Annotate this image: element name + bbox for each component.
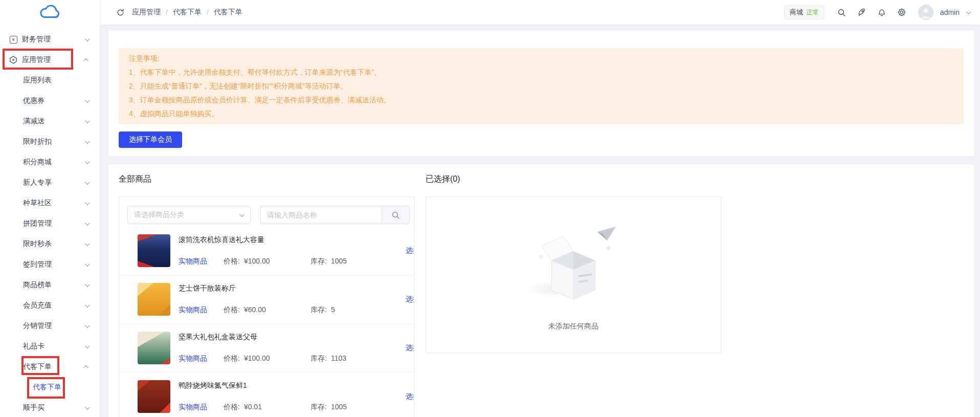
product-image: [138, 283, 170, 316]
notice-line: 4、虚拟商品只能单独购买。: [129, 107, 953, 121]
select-product-link[interactable]: 选择: [406, 246, 414, 255]
product-image: [138, 332, 170, 364]
select-product-link[interactable]: 选择: [406, 392, 414, 401]
chevron-down-icon: [85, 221, 90, 226]
chevron-down-icon: [85, 405, 90, 410]
product-info: 滚筒洗衣机惊喜送礼大容量 实物商品 价格:¥100.00 库存:1005: [179, 235, 397, 266]
price-value: ¥0.01: [244, 403, 262, 412]
sidebar-item-valet-order-sub[interactable]: 代客下单: [0, 377, 100, 398]
product-info: 坚果大礼包礼盒装送父母 实物商品 价格:¥100.00 库存:1103: [179, 333, 397, 363]
sidebar-item-coupon[interactable]: 优惠券: [0, 91, 100, 111]
chevron-down-icon: [85, 343, 90, 348]
sidebar-item-label: 优惠券: [23, 96, 44, 105]
logo[interactable]: [0, 0, 100, 25]
sidebar-item-app-list[interactable]: 应用列表: [0, 70, 100, 91]
notice-title: 注意事项:: [129, 52, 953, 65]
sidebar-item-label: 种草社区: [23, 199, 52, 208]
sidebar-item-label: 代客下单: [33, 383, 61, 392]
price-label: 价格:: [224, 305, 240, 315]
product-type-tag: 实物商品: [179, 403, 224, 412]
breadcrumb-separator: /: [207, 8, 209, 16]
sidebar-item-label: 限时折扣: [23, 137, 52, 146]
breadcrumb-separator: /: [166, 8, 168, 16]
sidebar-item-label: 礼品卡: [23, 342, 44, 351]
sidebar-item-label: 应用管理: [22, 55, 51, 64]
product-selection-card: 全部商品 请选择商品分类: [108, 164, 974, 417]
chevron-down-icon: [85, 98, 90, 103]
empty-box-illustration: [520, 224, 627, 311]
valet-order-intro-card: 注意事项: 1、代客下单中，允许使用余额支付、帮付等付款方式，订单来源为“代客下…: [108, 31, 974, 156]
sidebar-item-label: 满减送: [23, 117, 44, 126]
category-select[interactable]: 请选择商品分类: [127, 206, 251, 224]
sidebar-item-full-reduction[interactable]: 满减送: [0, 111, 100, 131]
select-member-button[interactable]: 选择下单会员: [119, 131, 182, 148]
sidebar-item-label: 代客下单: [23, 362, 52, 371]
sidebar-item-checkin-management[interactable]: 签到管理: [0, 254, 100, 275]
chevron-down-icon: [85, 118, 90, 123]
shop-status-badge[interactable]: 商城 正常: [784, 5, 825, 19]
app-management-icon: [9, 56, 17, 64]
empty-state-text: 未添加任何商品: [548, 322, 598, 331]
search-button[interactable]: [382, 206, 410, 224]
breadcrumb-item[interactable]: 代客下单: [214, 8, 242, 17]
sidebar-item-product-ranking[interactable]: 商品榜单: [0, 275, 100, 295]
refresh-icon[interactable]: [114, 6, 127, 19]
notice-line: 2、只能生成“普通订单”，无法创建“限时折扣”“积分商城”等活动订单。: [129, 79, 953, 93]
product-type-tag: 实物商品: [179, 305, 224, 315]
username[interactable]: admin: [940, 8, 960, 16]
select-product-link[interactable]: 选择: [406, 295, 414, 304]
sidebar-item-flash-sale[interactable]: 限时秒杀: [0, 234, 100, 254]
product-search-row: 请选择商品分类: [127, 206, 410, 224]
gear-icon[interactable]: [895, 6, 908, 19]
sidebar-item-group-buy[interactable]: 拼团管理: [0, 213, 100, 234]
chevron-down-icon: [85, 200, 90, 205]
category-select-placeholder: 请选择商品分类: [134, 210, 239, 220]
bell-icon[interactable]: [875, 6, 888, 19]
product-info: 鸭脖烧烤味氮气保鲜1 实物商品 价格:¥0.01 库存:1005: [179, 381, 397, 412]
chevron-down-icon: [85, 159, 90, 164]
chevron-down-icon: [85, 139, 90, 144]
chevron-up-icon: [83, 365, 88, 370]
select-product-link[interactable]: 选择: [406, 343, 414, 353]
shop-name: 商城: [790, 8, 803, 17]
sidebar-item-member-recharge[interactable]: 会员充值: [0, 295, 100, 316]
sidebar-item-finance-management[interactable]: ¥ 财务管理: [0, 29, 100, 50]
sidebar-item-points-mall[interactable]: 积分商城: [0, 152, 100, 172]
panel-title-all-products: 全部商品: [119, 173, 414, 185]
sidebar-item-quick-buy[interactable]: 顺手买: [0, 398, 100, 417]
sidebar-item-label: 应用列表: [23, 76, 52, 85]
selected-list-box: 未添加任何商品: [426, 196, 721, 353]
search-icon[interactable]: [835, 6, 849, 19]
sidebar-item-label: 顺手买: [23, 403, 44, 412]
breadcrumb-item[interactable]: 应用管理: [132, 8, 161, 17]
sidebar-item-newcomer-exclusive[interactable]: 新人专享: [0, 172, 100, 193]
chevron-down-icon: [239, 212, 244, 217]
sidebar-item-label: 会员充值: [23, 301, 52, 310]
sidebar-item-valet-order[interactable]: 代客下单: [0, 357, 100, 377]
sidebar-item-distribution[interactable]: 分销管理: [0, 316, 100, 336]
sidebar-item-community[interactable]: 种草社区: [0, 193, 100, 213]
sidebar-item-app-management[interactable]: 应用管理: [0, 50, 100, 70]
stock-label: 库存:: [310, 257, 327, 266]
sidebar-item-label: 积分商城: [23, 158, 52, 167]
selected-products-panel: 已选择(0): [426, 173, 721, 417]
product-name-input[interactable]: [260, 206, 382, 224]
stock-value: 5: [331, 305, 335, 315]
sidebar-item-label: 财务管理: [22, 35, 51, 44]
price-label: 价格:: [224, 257, 240, 266]
panel-title-selected: 已选择(0): [426, 173, 721, 185]
sidebar-item-gift-card[interactable]: 礼品卡: [0, 336, 100, 357]
rocket-icon[interactable]: [855, 6, 868, 19]
sidebar-item-time-limited-discount[interactable]: 限时折扣: [0, 131, 100, 152]
notice-line: 3、订单金额按商品原价或会员价计算、满足一定条件后享受优惠券、满减送活动。: [129, 93, 953, 107]
product-type-tag: 实物商品: [179, 257, 224, 266]
product-name: 坚果大礼包礼盒装送父母: [179, 333, 397, 342]
breadcrumb: 应用管理 / 代客下单 / 代客下单: [114, 6, 242, 19]
chevron-down-icon: [85, 302, 90, 308]
avatar[interactable]: [918, 5, 933, 20]
sidebar: ¥ 财务管理 应用管理 应用列表 优惠券 满减送 限时折扣 积分商城: [0, 0, 100, 417]
price-label: 价格:: [224, 403, 240, 412]
breadcrumb-item[interactable]: 代客下单: [173, 8, 202, 17]
chevron-down-icon[interactable]: [966, 9, 971, 14]
sidebar-item-label: 新人专享: [23, 178, 52, 187]
